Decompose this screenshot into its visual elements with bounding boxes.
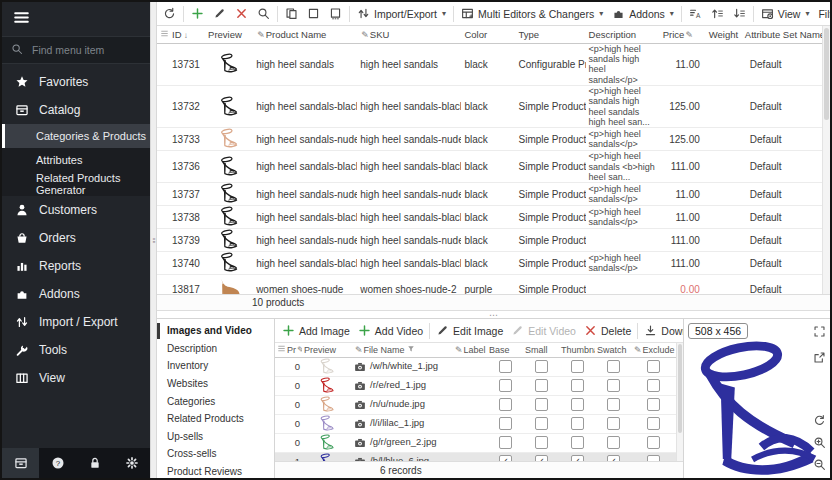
image-row[interactable]: 0/r/e/red_1.jpg xyxy=(275,376,676,395)
select-button[interactable] xyxy=(303,3,324,24)
move-down-button[interactable] xyxy=(729,3,750,24)
product-row[interactable]: 13737high heel sandals-nude-36high heel … xyxy=(157,183,822,206)
column-header-price[interactable]: Price✎ xyxy=(660,26,706,43)
swatch-checkbox[interactable] xyxy=(607,379,620,392)
column-header-exclude[interactable]: ✎Exclude xyxy=(631,343,676,357)
image-row[interactable]: 0/w/h/white_1.jpg xyxy=(275,357,676,376)
sidebar-item-related-products-generator[interactable]: Related Products Generator xyxy=(2,172,150,196)
thumbnail-checkbox[interactable] xyxy=(571,436,584,449)
thumbnail-checkbox[interactable] xyxy=(571,398,584,411)
tab-related-products[interactable]: Related Products xyxy=(157,410,274,428)
delete-image-button[interactable]: Delete xyxy=(580,320,635,341)
column-header-pr[interactable]: Pr✎ xyxy=(285,343,302,357)
swatch-checkbox[interactable] xyxy=(607,360,620,373)
product-row[interactable]: 13732high heel sandals-blackhigh heel sa… xyxy=(157,85,822,127)
column-header-attribute-set-name[interactable]: Attribute Set Name xyxy=(742,26,822,43)
add-product-button[interactable] xyxy=(187,3,208,24)
column-header-thumbna[interactable]: Thumbna xyxy=(559,343,595,357)
tab-product-reviews[interactable]: Product Reviews xyxy=(157,463,274,480)
thumbnail-checkbox[interactable] xyxy=(571,417,584,430)
small-checkbox[interactable] xyxy=(535,417,548,430)
product-row[interactable]: 13817women shoes-nudewomen shoes-nude-2p… xyxy=(157,275,822,294)
thumbnail-checkbox[interactable] xyxy=(571,360,584,373)
column-header-label[interactable]: ✎Label xyxy=(452,343,487,357)
tab-categories[interactable]: Categories xyxy=(157,392,274,410)
tab-websites[interactable]: Websites xyxy=(157,375,274,393)
help-button[interactable]: ? xyxy=(39,448,76,478)
product-row[interactable]: 13740high heel sandals-black-38high heel… xyxy=(157,252,822,275)
image-row[interactable]: ▸1/b/l/blue_6.jpg✓✓✓✓ xyxy=(275,452,676,461)
sidebar-item-customers[interactable]: Customers xyxy=(2,196,150,224)
small-checkbox[interactable] xyxy=(535,436,548,449)
column-header-rowmark[interactable] xyxy=(275,343,285,357)
base-checkbox[interactable] xyxy=(499,398,512,411)
column-header-small[interactable]: Small xyxy=(523,343,559,357)
column-header-product-name[interactable]: ✎Product Name xyxy=(253,26,357,43)
lock-button[interactable] xyxy=(76,448,113,478)
menu-search[interactable] xyxy=(2,36,150,64)
column-header-sku[interactable]: ✎SKU xyxy=(357,26,461,43)
refresh-button[interactable] xyxy=(159,3,180,24)
catalog-button[interactable] xyxy=(2,448,39,478)
menu-toggle-button[interactable] xyxy=(2,2,150,36)
fullscreen-icon[interactable] xyxy=(813,324,826,342)
product-row[interactable]: 13738high heel sandals-black-37high heel… xyxy=(157,206,822,229)
column-header-preview[interactable]: Preview xyxy=(302,343,352,357)
sidebar-item-import-export[interactable]: Import / Export xyxy=(2,308,150,336)
column-header-description[interactable]: Description xyxy=(586,26,660,43)
thumbnail-checkbox[interactable] xyxy=(571,379,584,392)
exclude-checkbox[interactable] xyxy=(647,436,660,449)
tree-panel-splitter[interactable]: ⁞⁞ xyxy=(150,2,157,478)
sidebar-item-attributes[interactable]: Attributes xyxy=(2,148,150,172)
paste-special-button[interactable] xyxy=(325,3,346,24)
sidebar-item-tools[interactable]: Tools xyxy=(2,336,150,364)
multi-editors-button[interactable]: Multi Editors & Changers▾ xyxy=(457,3,607,24)
base-checkbox[interactable] xyxy=(499,417,512,430)
settings-button[interactable] xyxy=(113,448,150,478)
add-image-button[interactable]: Add Image xyxy=(278,320,354,341)
copy-button[interactable] xyxy=(281,3,302,24)
base-checkbox[interactable] xyxy=(499,360,512,373)
edit-product-button[interactable] xyxy=(209,3,230,24)
image-row[interactable]: 0/n/u/nude.jpg xyxy=(275,395,676,414)
column-header-rowmark[interactable] xyxy=(157,26,169,43)
preview-search-button[interactable] xyxy=(253,3,274,24)
exclude-checkbox[interactable] xyxy=(647,398,660,411)
swatch-checkbox[interactable] xyxy=(607,398,620,411)
download-image-button[interactable]: Download Image xyxy=(640,320,683,341)
delete-product-button[interactable] xyxy=(231,3,252,24)
rotate-icon[interactable] xyxy=(813,413,826,431)
open-external-icon[interactable] xyxy=(813,350,826,368)
sort-az-button[interactable]: A xyxy=(685,3,706,24)
scrollbar-thumb[interactable] xyxy=(678,344,682,433)
swatch-checkbox[interactable] xyxy=(607,436,620,449)
product-row[interactable]: 13736high heel sandals-black-36high heel… xyxy=(157,151,822,183)
sidebar-item-orders[interactable]: Orders xyxy=(2,224,150,252)
base-checkbox[interactable] xyxy=(499,436,512,449)
base-checkbox[interactable] xyxy=(499,379,512,392)
image-row[interactable]: 0/g/r/green_2.jpg xyxy=(275,433,676,452)
column-header-id[interactable]: ID ↓ xyxy=(169,26,205,43)
tab-description[interactable]: Description xyxy=(157,340,274,358)
column-header-file-name[interactable]: ✎File Name xyxy=(352,343,452,357)
sidebar-item-favorites[interactable]: Favorites xyxy=(2,68,150,96)
column-header-swatch[interactable]: Swatch xyxy=(595,343,631,357)
column-header-weight[interactable]: Weight xyxy=(706,26,742,43)
edit-image-button[interactable]: Edit Image xyxy=(432,320,507,341)
view-button[interactable]: View▾ xyxy=(757,3,814,24)
image-row[interactable]: 0/l/i/lilac_1.jpg xyxy=(275,414,676,433)
sidebar-item-view[interactable]: View xyxy=(2,364,150,392)
scrollbar-thumb[interactable] xyxy=(824,28,829,120)
horizontal-splitter[interactable]: ⋯ xyxy=(157,311,830,318)
product-row[interactable]: 13739high heel sandals-nude-37high heel … xyxy=(157,229,822,252)
images-grid-scrollbar[interactable] xyxy=(676,343,683,461)
column-header-preview[interactable]: Preview xyxy=(205,26,253,43)
column-header-base[interactable]: Base xyxy=(487,343,523,357)
tab-images-and-video[interactable]: Images and Video xyxy=(157,322,274,340)
sidebar-item-categories-products[interactable]: Categories & Products xyxy=(2,124,150,148)
add-video-button[interactable]: Add Video xyxy=(354,320,427,341)
exclude-checkbox[interactable] xyxy=(647,360,660,373)
products-grid-scrollbar[interactable] xyxy=(822,26,830,294)
small-checkbox[interactable] xyxy=(535,398,548,411)
product-row[interactable]: 13731high heel sandalshigh heel sandalsb… xyxy=(157,43,822,85)
